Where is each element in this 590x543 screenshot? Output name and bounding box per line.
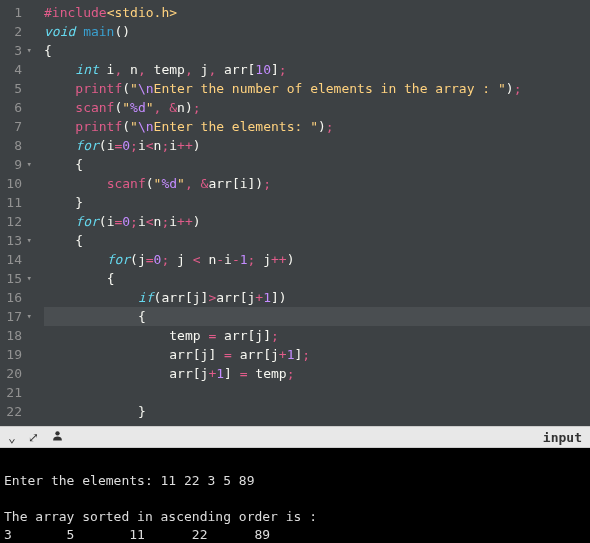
user-icon[interactable] [51,429,64,445]
fold-icon[interactable]: ▾ [27,231,32,250]
line-number: 10 [4,174,22,193]
line-number: 16 [4,288,22,307]
code-line[interactable]: { [44,307,590,326]
code-line[interactable] [44,383,590,402]
code-line[interactable]: printf("\nEnter the number of elements i… [44,79,590,98]
input-label: input [543,430,582,445]
fold-icon[interactable]: ▾ [27,269,32,288]
code-line[interactable]: arr[j+1] = temp; [44,364,590,383]
line-number: 21 [4,383,22,402]
line-number: 14 [4,250,22,269]
code-line[interactable]: scanf("%d", &n); [44,98,590,117]
line-number: 12 [4,212,22,231]
code-line[interactable]: { [44,269,590,288]
code-line[interactable]: for(j=0; j < n-i-1; j++) [44,250,590,269]
code-line[interactable]: { [44,155,590,174]
line-number: 3▾ [4,41,22,60]
line-number: 19 [4,345,22,364]
line-number: 9▾ [4,155,22,174]
code-line[interactable]: } [44,193,590,212]
svg-point-0 [55,431,59,435]
code-line[interactable]: temp = arr[j]; [44,326,590,345]
line-number: 22 [4,402,22,421]
code-line[interactable]: scanf("%d", &arr[i]); [44,174,590,193]
code-line[interactable]: printf("\nEnter the elements: "); [44,117,590,136]
line-number: 5 [4,79,22,98]
code-line[interactable]: void main() [44,22,590,41]
line-number: 7 [4,117,22,136]
code-line[interactable]: { [44,41,590,60]
line-number: 8 [4,136,22,155]
code-line[interactable]: for(i=0;i<n;i++) [44,136,590,155]
code-line[interactable]: for(i=0;i<n;i++) [44,212,590,231]
line-number: 18 [4,326,22,345]
code-area[interactable]: #include<stdio.h>void main(){ int i, n, … [30,0,590,426]
code-line[interactable]: arr[j] = arr[j+1]; [44,345,590,364]
line-number: 6 [4,98,22,117]
line-number: 13▾ [4,231,22,250]
fold-icon[interactable]: ▾ [27,155,32,174]
line-number: 1 [4,3,22,22]
fullscreen-icon[interactable]: ⤢ [28,430,39,445]
fold-icon[interactable]: ▾ [27,307,32,326]
code-line[interactable]: int i, n, temp, j, arr[10]; [44,60,590,79]
line-number: 15▾ [4,269,22,288]
code-line[interactable]: } [44,402,590,421]
line-number: 20 [4,364,22,383]
code-editor[interactable]: 123▾456789▾10111213▾1415▾1617▾1819202122… [0,0,590,426]
line-number: 11 [4,193,22,212]
line-gutter: 123▾456789▾10111213▾1415▾1617▾1819202122 [0,0,30,426]
line-number: 4 [4,60,22,79]
code-line[interactable]: #include<stdio.h> [44,3,590,22]
fold-icon[interactable]: ▾ [27,41,32,60]
code-line[interactable]: { [44,231,590,250]
collapse-icon[interactable]: ⌄ [8,430,16,445]
code-line[interactable]: if(arr[j]>arr[j+1]) [44,288,590,307]
line-number: 2 [4,22,22,41]
toolbar: ⌄ ⤢ input [0,426,590,448]
terminal-output[interactable]: Enter the elements: 11 22 3 5 89 The arr… [0,448,590,543]
line-number: 17▾ [4,307,22,326]
